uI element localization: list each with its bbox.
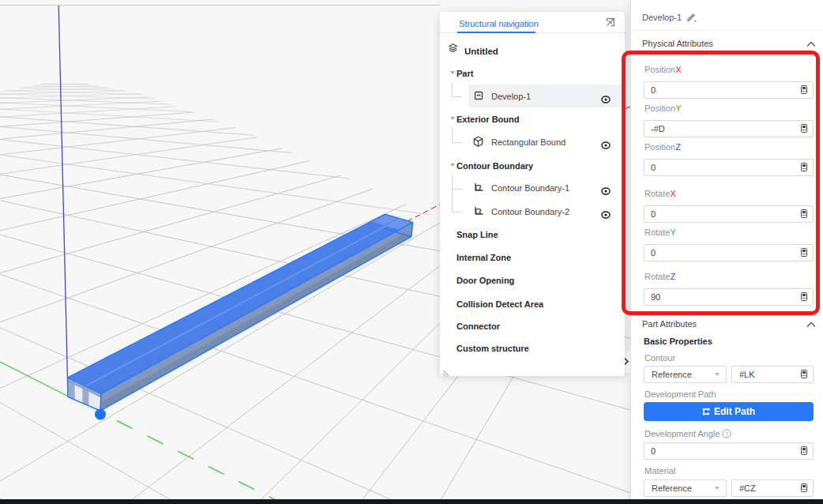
svg-text:?: ? [725,431,729,438]
